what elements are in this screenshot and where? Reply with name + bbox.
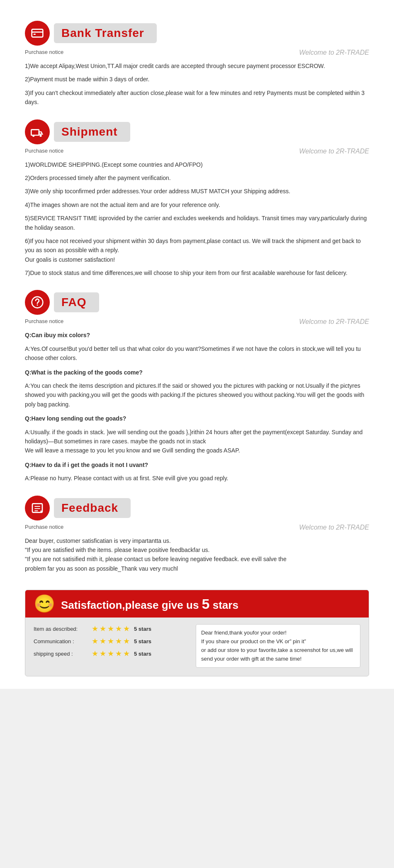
faq-meta: Purchase notice Welcome to 2R-TRADE [25,318,369,326]
shipment-title: Shipment [61,125,118,139]
faq-q3: Q:Haev long sending out the goads? [25,414,369,423]
satisfaction-header: 😊 Satisfaction,please give us 5 stars [25,590,369,618]
svg-point-4 [32,134,34,136]
bank-transfer-title: Bank Transfer [61,27,144,40]
faq-icon-wrap [25,290,50,315]
satisfaction-box: 😊 Satisfaction,please give us 5 stars It… [25,590,369,676]
bank-transfer-point-2: 2)Payment must be made within 3 days of … [25,75,369,84]
rating-label-item: Item as described: [34,626,92,632]
star-1: ★ [92,649,98,658]
bank-transfer-meta: Purchase notice Welcome to 2R-TRADE [25,49,369,56]
shipment-icon-wrap [25,119,50,144]
bank-transfer-section-header: Bank Transfer [25,21,369,46]
feedback-text: Dear buyer, customer satisficatian is ve… [25,536,369,574]
faq-welcome: Welcome to 2R-TRADE [299,318,369,326]
feedback-welcome: Welcome to 2R-TRADE [299,524,369,531]
shipment-point-4: 4)The images shown are not the actual it… [25,200,369,209]
shipment-meta: Purchase notice Welcome to 2R-TRADE [25,148,369,155]
star-5: ★ [123,637,130,646]
shipment-point-2: 2)Orders processed timely after the paym… [25,173,369,182]
shipment-point-5: 5)SERVICE TRANSIT TIME isprovided by the… [25,214,369,232]
shipment-point-7: 7)Due to stock status and time differenc… [25,268,369,277]
star-3: ★ [107,624,114,633]
faq-purchase-notice: Purchase notice [25,318,63,326]
star-count-shipping: 5 stars [134,651,151,657]
bank-transfer-point-3: 3)If you can't checkout immediately afte… [25,88,369,107]
feedback-purchase-notice: Purchase notice [25,524,63,531]
friend-message-text: Dear friend,thank youfor your order! If … [201,629,355,663]
rating-label-shipping: shipping speed : [34,651,92,657]
rating-row-shipping: shipping speed : ★ ★ ★ ★ ★ 5 stars [34,649,187,658]
faq-a3: A:Usually. if the goads in stack. }we wi… [25,428,369,455]
question-icon [31,296,44,309]
feedback-section-header: Feedback [25,496,369,520]
satisfaction-header-label: Satisfaction,please give us [61,599,199,611]
feedback-title: Feedback [61,501,118,515]
star-5: ★ [123,624,130,633]
page-wrapper: Bank Transfer Purchase notice Welcome to… [0,0,394,689]
faq-a4: A:Please no hurry. Please contact with u… [25,474,369,483]
star-2: ★ [100,637,106,646]
faq-q2: Q:What is the packing of the goods come? [25,368,369,377]
svg-rect-0 [32,29,43,37]
rating-row-item: Item as described: ★ ★ ★ ★ ★ 5 stars [34,624,187,633]
star-count-item: 5 stars [134,626,151,632]
feedback-icon [31,501,44,515]
star-1: ★ [92,637,98,646]
svg-rect-3 [31,129,39,135]
star-2: ★ [100,649,106,658]
faq-a2: A:You can check the items description an… [25,381,369,409]
bank-transfer-purchase-notice: Purchase notice [25,49,63,56]
shipment-content: 1)WORLDWIDE SHEIPPING.(Except some count… [25,160,369,278]
star-4: ★ [115,637,122,646]
rating-row-communication: Communication : ★ ★ ★ ★ ★ 5 stars [34,637,187,646]
bank-icon [31,27,44,40]
bank-transfer-content: 1)We accept Alipay,West Union,TT.All maj… [25,61,369,107]
bank-transfer-welcome: Welcome to 2R-TRADE [299,49,369,56]
feedback-icon-wrap [25,496,50,520]
faq-content: Q:Can ibuy mix colors? A:Yes.Of course!B… [25,331,369,483]
svg-point-5 [39,134,41,136]
bank-transfer-point-1: 1)We accept Alipay,West Union,TT.All maj… [25,61,369,71]
star-1: ★ [92,624,98,633]
shipment-point-1: 1)WORLDWIDE SHEIPPING.(Except some count… [25,160,369,169]
star-4: ★ [115,624,122,633]
satisfaction-stars-label: stars [213,599,238,611]
star-5: ★ [123,649,130,658]
faq-q4: Q:Haev to da if i get the goads it not I… [25,460,369,469]
feedback-meta: Purchase notice Welcome to 2R-TRADE [25,524,369,531]
feedback-title-bg: Feedback [54,498,131,518]
star-3: ★ [107,637,114,646]
stars-item: ★ ★ ★ ★ ★ [92,624,130,633]
faq-q1: Q:Can ibuy mix colors? [25,331,369,340]
friend-message-box: Dear friend,thank youfor your order! If … [196,624,360,668]
bank-transfer-icon-wrap [25,21,50,46]
satisfaction-body: Item as described: ★ ★ ★ ★ ★ 5 stars Com… [25,618,369,668]
ratings-left: Item as described: ★ ★ ★ ★ ★ 5 stars Com… [34,624,187,668]
shipment-point-6: 6)If you hace not received your shipment… [25,236,369,264]
star-3: ★ [107,649,114,658]
star-2: ★ [100,624,106,633]
truck-icon [31,125,44,139]
faq-title-bg: FAQ [54,292,99,312]
bank-transfer-title-bg: Bank Transfer [54,23,157,43]
rating-label-communication: Communication : [34,638,92,644]
faq-title: FAQ [61,296,87,309]
feedback-content: Dear buyer, customer satisficatian is ve… [25,536,369,574]
stars-communication: ★ ★ ★ ★ ★ [92,637,130,646]
shipment-title-bg: Shipment [54,122,130,142]
smiley-icon: 😊 [34,595,55,613]
svg-point-7 [37,305,38,306]
shipment-purchase-notice: Purchase notice [25,148,63,155]
shipment-point-3: 3)We only ship toconfirmed prder address… [25,187,369,196]
star-count-communication: 5 stars [134,638,151,644]
svg-rect-2 [34,34,36,35]
shipment-section-header: Shipment [25,119,369,144]
shipment-welcome: Welcome to 2R-TRADE [299,148,369,155]
satisfaction-header-text: Satisfaction,please give us 5 stars [61,596,238,612]
satisfaction-five: 5 [202,596,210,612]
stars-shipping: ★ ★ ★ ★ ★ [92,649,130,658]
faq-a1: A:Yes.Of course!But you'd better tell us… [25,344,369,363]
star-4: ★ [115,649,122,658]
faq-section-header: FAQ [25,290,369,315]
